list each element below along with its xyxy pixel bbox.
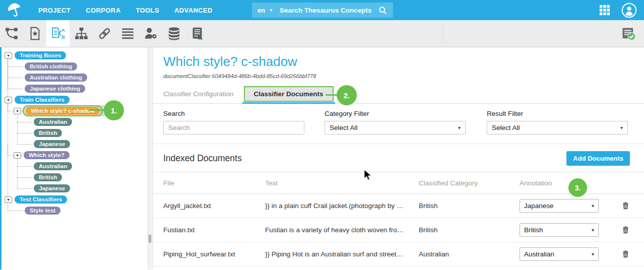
user-settings-icon[interactable] xyxy=(139,20,162,47)
nav-item-project[interactable]: PROJECT xyxy=(38,7,71,14)
tree-item[interactable]: Australian xyxy=(34,118,72,126)
tree-item[interactable]: Australian xyxy=(34,162,72,170)
main-nav: PROJECTCORPORATOOLSADVANCED xyxy=(38,7,213,14)
tree-connector xyxy=(17,167,32,178)
delete-icon[interactable] xyxy=(621,225,630,235)
thesaurus-search[interactable]: en ▼ Search Thesaurus Concepts xyxy=(252,3,393,18)
tree-item[interactable]: Australian clothing xyxy=(25,74,87,82)
search-language-select[interactable]: en xyxy=(257,7,265,14)
nav-item-advanced[interactable]: ADVANCED xyxy=(174,7,213,14)
tree-item[interactable]: Style test xyxy=(25,207,60,215)
chevron-down-icon: ▾ xyxy=(458,125,461,130)
delete-icon[interactable] xyxy=(621,201,630,211)
document-classifier-icon[interactable]: AB xyxy=(46,20,70,47)
toolbar-divider xyxy=(442,24,443,43)
expand-arrow-icon[interactable]: ▼ xyxy=(14,108,21,114)
tree-item[interactable]: Test Classifiers xyxy=(15,195,67,204)
annotation-select[interactable]: British ▾ xyxy=(520,223,599,237)
file-cell: Piping_Hot_surfwear.txt xyxy=(163,250,265,258)
tree-row: ▼Test Classifiers xyxy=(2,194,148,205)
table-row: Fustian.txt Fustian is a variety of heav… xyxy=(153,218,644,242)
hierarchy-icon[interactable] xyxy=(70,20,93,47)
expand-arrow-icon[interactable]: ▼ xyxy=(5,196,12,203)
panel-splitter[interactable] xyxy=(148,47,153,269)
splitter-grip-icon[interactable] xyxy=(149,235,151,243)
search-label: Search xyxy=(163,110,304,117)
step-badge-3: 3. xyxy=(568,178,587,197)
expand-arrow-icon[interactable]: ▼ xyxy=(5,97,12,103)
svg-text:B: B xyxy=(61,35,65,40)
tree: ▼Training BoxesBritish clothingAustralia… xyxy=(2,50,148,216)
server-database-icon[interactable] xyxy=(185,20,209,47)
nav-item-tools[interactable]: TOOLS xyxy=(136,7,159,14)
apps-grid-icon[interactable] xyxy=(599,5,610,16)
result-filter-select[interactable]: Select All ▾ xyxy=(487,121,628,134)
tree-row: Australian clothing xyxy=(2,72,148,83)
umbrella-logo-icon xyxy=(6,2,23,19)
text-cell: }} in a plain cuff Crail jacket.(photogr… xyxy=(265,202,419,210)
result-filter-label: Result Filter xyxy=(487,110,628,117)
taxonomy-tree-panel: ▼Training BoxesBritish clothingAustralia… xyxy=(0,47,148,269)
category-filter-select[interactable]: Select All ▾ xyxy=(325,121,466,134)
column-annotation: Annotation xyxy=(520,179,609,187)
tree-row: British clothing xyxy=(2,61,148,72)
file-cell: Argyll_jacket.txt xyxy=(163,202,265,210)
starred-document-icon[interactable] xyxy=(23,20,46,47)
nav-item-corpora[interactable]: CORPORA xyxy=(86,7,120,14)
tree-row: Japanese clothing xyxy=(2,83,148,94)
tree-row: Style test xyxy=(2,205,148,216)
tree-item[interactable]: British xyxy=(34,173,62,181)
tab-classifier-documents[interactable]: Classifier Documents xyxy=(244,86,334,102)
database-icon[interactable] xyxy=(162,20,185,47)
tree-item[interactable]: British xyxy=(34,129,62,137)
tree-item[interactable]: Which style? xyxy=(24,151,70,159)
category-filter-label: Category Filter xyxy=(325,110,466,117)
chevron-down-icon: ▼ xyxy=(269,8,273,13)
delete-icon[interactable] xyxy=(621,249,630,259)
report-check-icon[interactable] xyxy=(621,26,636,41)
list-icon[interactable] xyxy=(116,20,139,47)
indexed-documents-heading: Indexed Documents xyxy=(163,153,242,164)
chevron-down-icon: ▾ xyxy=(592,203,594,209)
mouse-cursor xyxy=(364,169,372,183)
column-classified-category: Classified Category xyxy=(419,179,520,187)
tabs: Classifier Configuration Classifier Docu… xyxy=(153,85,644,104)
tree-connector xyxy=(17,122,32,133)
topbar-right xyxy=(599,3,644,18)
step-badge-2: 2. xyxy=(337,85,357,105)
tree-selection: Which style? c-shadow xyxy=(23,105,109,116)
tree-item[interactable]: British clothing xyxy=(25,62,77,71)
documents-search-input[interactable]: Search xyxy=(163,121,304,134)
chevron-down-icon: ▾ xyxy=(620,125,623,130)
add-documents-button[interactable]: Add Documents xyxy=(566,151,630,166)
tree-row: ▼Train Classifiers xyxy=(2,94,148,105)
category-filter-value: Select All xyxy=(330,124,358,131)
top-navigation-bar: PROJECTCORPORATOOLSADVANCED en ▼ Search … xyxy=(0,0,644,20)
svg-text:A: A xyxy=(61,28,65,33)
tree-item[interactable]: Train Classifiers xyxy=(15,96,70,104)
tree-connector xyxy=(17,133,32,145)
page-title: Which style? c-shadow xyxy=(163,54,630,70)
table-row: Piping_Hot_surfwear.txt }} Piping Hot is… xyxy=(153,242,644,266)
bezier-curve-icon[interactable] xyxy=(0,20,23,47)
tree-item[interactable]: Japanese xyxy=(34,184,70,192)
tree-item[interactable]: Which style? c-shadow xyxy=(26,107,100,115)
column-file: File xyxy=(163,179,265,187)
tree-item[interactable]: Training Boxes xyxy=(15,51,66,59)
tree-connector xyxy=(8,78,23,89)
expand-arrow-icon[interactable]: ▼ xyxy=(5,52,12,59)
tree-connector xyxy=(17,178,32,189)
tree-item[interactable]: Japanese xyxy=(34,140,70,148)
tree-item[interactable]: Japanese clothing xyxy=(25,85,85,93)
tab-classifier-configuration[interactable]: Classifier Configuration xyxy=(163,90,234,98)
search-input[interactable]: Search Thesaurus Concepts xyxy=(280,7,378,14)
search-icon[interactable] xyxy=(378,6,388,15)
annotation-select[interactable]: Japanese ▾ xyxy=(520,199,599,213)
documents-table: Argyll_jacket.txt }} in a plain cuff Cra… xyxy=(163,194,630,266)
user-avatar-icon[interactable] xyxy=(621,3,637,18)
link-icon[interactable] xyxy=(93,20,116,47)
expand-arrow-icon[interactable]: ▼ xyxy=(14,152,21,159)
annotation-select[interactable]: Australian ▾ xyxy=(520,247,599,261)
file-cell: Fustian.txt xyxy=(163,226,265,234)
annotation-connector xyxy=(89,109,106,111)
